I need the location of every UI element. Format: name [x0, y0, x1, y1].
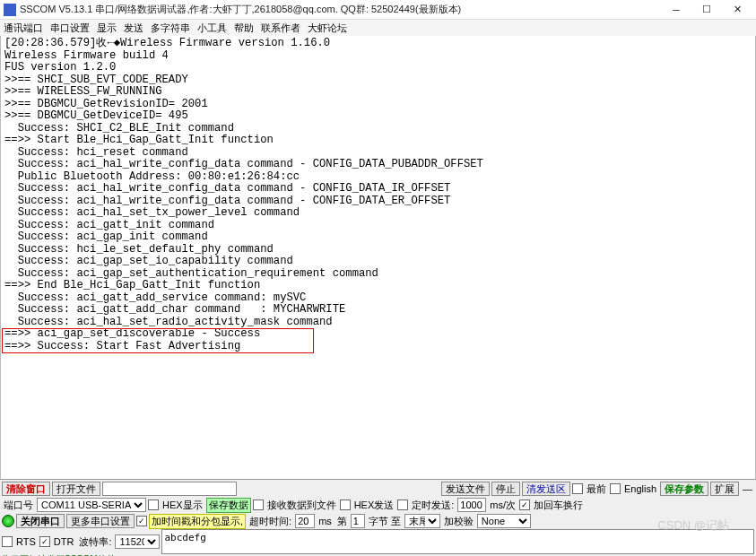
- window-title: SSCOM V5.13.1 串口/网络数据调试器,作者:大虾丁丁,2618058…: [20, 3, 661, 16]
- crlf-checkbox[interactable]: [519, 500, 530, 510]
- byteno-input[interactable]: [351, 514, 365, 528]
- cleartx-button[interactable]: 清发送区: [522, 482, 570, 496]
- rts-checkbox[interactable]: [2, 536, 13, 547]
- closeport-button[interactable]: 关闭串口: [16, 514, 65, 528]
- close-button[interactable]: ✕: [722, 1, 752, 19]
- ms2-label: ms: [317, 516, 334, 526]
- menu-item[interactable]: 多字符串: [151, 22, 190, 35]
- menu-item[interactable]: 帮助: [234, 22, 254, 35]
- menu-item[interactable]: 大虾论坛: [308, 22, 347, 35]
- terminal-line: Success: SHCI_C2_BLE_Init command: [4, 123, 752, 135]
- timehl-checkbox[interactable]: [136, 516, 147, 526]
- menu-item[interactable]: 小工具: [197, 22, 227, 35]
- terminal-line: Success: hci_le_set_default_phy command: [4, 244, 752, 256]
- app-icon: [4, 4, 16, 16]
- terminal-line: Success: aci_hal_write_config_data comma…: [4, 195, 752, 208]
- english-checkbox[interactable]: [610, 483, 621, 494]
- timeout-label: 超时时间:: [248, 515, 293, 528]
- timed-checkbox[interactable]: [397, 500, 408, 510]
- terminal-line: Success: aci_gap_init command: [4, 231, 752, 244]
- timeout-input[interactable]: [295, 514, 315, 528]
- baud-label: 波特率:: [77, 535, 113, 549]
- menu-item[interactable]: 联系作者: [261, 22, 300, 35]
- hexshow-label: HEX显示: [161, 499, 204, 512]
- ontop-label: 最前: [585, 482, 608, 496]
- no-label: 第: [335, 515, 349, 528]
- terminal-line: Success: aci_gatt_add_char command : MYC…: [4, 304, 752, 317]
- terminal-line: Success: aci_gap_set_io_capability comma…: [4, 256, 752, 268]
- terminal-line: Success: aci_gatt_init command: [4, 220, 752, 232]
- titlebar: SSCOM V5.13.1 串口/网络数据调试器,作者:大虾丁丁,2618058…: [0, 0, 756, 20]
- terminal-line: ==>> Success: Start Fast Advertising: [4, 341, 752, 353]
- terminal-line: FUS version 1.2.0: [4, 62, 752, 74]
- port-label: 端口号: [2, 499, 35, 512]
- terminal-line: >>== DBGMCU_GetRevisionID= 2001: [4, 99, 752, 111]
- clear-button[interactable]: 清除窗口: [2, 482, 50, 496]
- menu-item[interactable]: 发送: [124, 22, 143, 35]
- ontop-checkbox[interactable]: [572, 483, 583, 494]
- end-select[interactable]: 末尾: [404, 514, 440, 528]
- terminal-line: Success: aci_hal_write_config_data comma…: [4, 183, 752, 195]
- rts-label: RTS: [14, 536, 38, 547]
- dash: —: [741, 483, 754, 494]
- terminal-output: [20:28:36.579]收←◆Wireless Firmware versi…: [0, 36, 756, 479]
- sendfile-button[interactable]: 发送文件: [441, 482, 490, 496]
- ms-label: ms/次: [488, 499, 517, 512]
- stop-button[interactable]: 停止: [491, 482, 520, 496]
- terminal-line: Success: aci_hal_set_radio_activity_mask…: [4, 317, 752, 329]
- savedata-button[interactable]: 保存数据: [206, 498, 251, 513]
- hexshow-checkbox[interactable]: [148, 500, 159, 510]
- chk-select[interactable]: None: [477, 514, 531, 528]
- interval-input[interactable]: [457, 498, 486, 512]
- savepar-button[interactable]: 保存参数: [660, 482, 708, 496]
- moreport-button[interactable]: 更多串口设置: [66, 514, 135, 528]
- menubar: 通讯端口串口设置显示发送多字符串小工具帮助联系作者大虾论坛: [0, 20, 756, 36]
- timed-label: 定时发送:: [410, 499, 456, 512]
- maximize-button[interactable]: ☐: [691, 1, 722, 19]
- crlf-label: 加回车换行: [532, 499, 585, 512]
- menu-item[interactable]: 串口设置: [50, 22, 90, 35]
- timehl-label: 加时间戳和分包显示,: [149, 514, 246, 529]
- english-label: English: [622, 483, 658, 494]
- menu-item[interactable]: 显示: [97, 22, 117, 35]
- terminal-line: >>== DBGMCU_GetDeviceID= 495: [4, 110, 752, 123]
- terminal-line: Success: aci_hal_write_config_data comma…: [4, 159, 752, 171]
- file-path-input[interactable]: [102, 482, 237, 496]
- byte-label: 字节 至: [367, 515, 403, 528]
- terminal-line: Success: aci_gap_set_authentication_requ…: [4, 268, 752, 281]
- menu-item[interactable]: 通讯端口: [4, 22, 43, 35]
- openfile-button[interactable]: 打开文件: [52, 482, 100, 496]
- terminal-line: >>== WIRELESS_FW_RUNNING: [4, 86, 752, 99]
- dtr-label: DTR: [52, 536, 76, 547]
- terminal-line: Success: aci_gatt_add_service command: m…: [4, 292, 752, 305]
- terminal-line: [20:28:36.579]收←◆Wireless Firmware versi…: [4, 38, 752, 50]
- terminal-line: ==>> Start Ble_Hci_Gap_Gatt_Init functio…: [4, 135, 752, 147]
- rxtofile-label: 接收数据到文件: [265, 499, 338, 512]
- terminal-line: Public Bluetooth Address: 00:80:e1:26:84…: [4, 171, 752, 184]
- minimize-button[interactable]: ─: [661, 1, 691, 19]
- ext-button[interactable]: 扩展: [710, 482, 739, 496]
- control-panel: 清除窗口 打开文件 发送文件 停止 清发送区 最前 English 保存参数 扩…: [0, 479, 756, 556]
- port-select[interactable]: COM11 USB-SERIAL CH340: [37, 498, 146, 512]
- watermark: CSDN @记帖: [657, 517, 729, 534]
- terminal-line: Wireless Firmware build 4: [4, 50, 752, 63]
- rxtofile-checkbox[interactable]: [253, 500, 264, 510]
- baud-select[interactable]: 115200: [115, 534, 160, 549]
- hexsend-label: HEX发送: [352, 499, 396, 512]
- port-status-icon: [2, 515, 14, 527]
- dtr-checkbox[interactable]: [39, 536, 50, 547]
- terminal-line: ==>> aci_gap_set_discoverable - Success: [4, 328, 752, 341]
- hexsend-checkbox[interactable]: [340, 500, 351, 510]
- terminal-line: ==>> End Ble_Hci_Gap_Gatt_Init function: [4, 280, 752, 292]
- terminal-line: Success: aci_hal_set_tx_power_level comm…: [4, 207, 752, 220]
- terminal-line: >>== SHCI_SUB_EVT_CODE_READY: [4, 74, 752, 87]
- terminal-line: Success: hci_reset command: [4, 147, 752, 160]
- chk-label: 加校验: [442, 515, 475, 528]
